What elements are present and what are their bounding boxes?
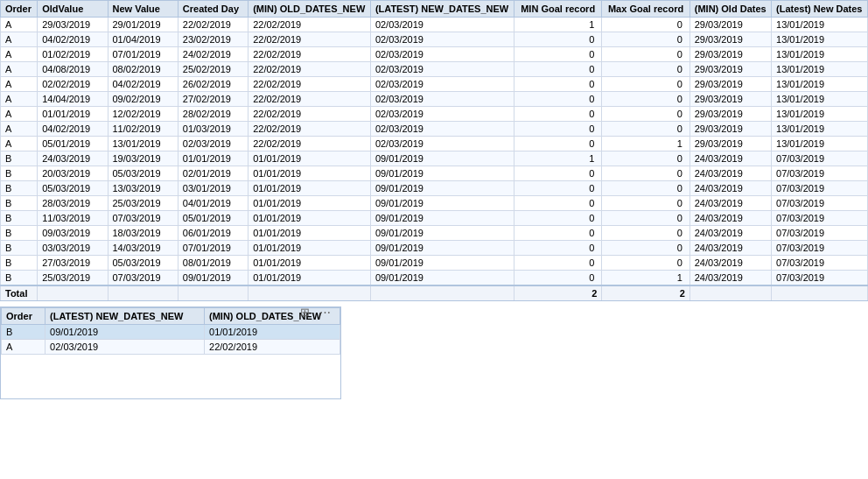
- sub-table-empty-space: [1, 355, 340, 398]
- sub-table-body: B09/01/201901/01/2019A02/03/201922/02/20…: [2, 325, 340, 355]
- table-cell: 02/03/2019: [370, 62, 514, 77]
- table-cell: 0: [514, 107, 601, 122]
- table-cell: 09/01/2019: [370, 241, 514, 256]
- table-cell: 24/03/2019: [38, 151, 108, 166]
- table-cell: 01/01/2019: [248, 166, 371, 181]
- table-cell: 07/03/2019: [772, 256, 868, 271]
- table-cell: 1: [514, 151, 601, 166]
- table-cell: 08/01/2019: [178, 256, 248, 271]
- table-cell: 0: [602, 256, 690, 271]
- table-cell: 0: [514, 47, 601, 62]
- total-row: Total22: [1, 285, 868, 301]
- sub-table-cell: 09/01/2019: [46, 325, 205, 340]
- table-cell: 22/02/2019: [248, 107, 371, 122]
- table-cell: 07/03/2019: [772, 181, 868, 196]
- table-cell: 11/03/2019: [38, 211, 108, 226]
- table-cell: 13/03/2019: [108, 181, 178, 196]
- sub-data-table: Order (LATEST) NEW_DATES_NEW (MIN) OLD_D…: [1, 307, 340, 355]
- table-row: A05/01/201913/01/201902/03/201922/02/201…: [1, 137, 868, 151]
- table-cell: 02/03/2019: [178, 137, 248, 151]
- table-cell: 28/03/2019: [38, 196, 108, 211]
- table-cell: 09/03/2019: [38, 226, 108, 241]
- table-cell: 23/02/2019: [178, 32, 248, 47]
- table-cell: 22/02/2019: [248, 92, 371, 107]
- table-cell: 03/01/2019: [178, 181, 248, 196]
- expand-icon[interactable]: ⊞: [298, 305, 312, 320]
- table-cell: 0: [602, 151, 690, 166]
- menu-icon[interactable]: ⋯: [317, 305, 333, 320]
- table-cell: A: [1, 137, 38, 151]
- table-cell: 04/08/2019: [38, 62, 108, 77]
- table-row: B25/03/201907/03/201909/01/201901/01/201…: [1, 271, 868, 286]
- table-cell: 27/02/2019: [178, 92, 248, 107]
- table-cell: 09/01/2019: [370, 151, 514, 166]
- header-oldvalue: OldValue: [38, 1, 108, 18]
- total-empty-end: [690, 285, 771, 301]
- table-cell: 06/01/2019: [178, 226, 248, 241]
- table-cell: A: [1, 122, 38, 137]
- table-cell: 20/03/2019: [38, 166, 108, 181]
- table-cell: 05/01/2019: [38, 137, 108, 151]
- table-cell: A: [1, 107, 38, 122]
- table-cell: 01/01/2019: [248, 226, 371, 241]
- table-cell: 22/02/2019: [248, 18, 371, 32]
- table-cell: 01/01/2019: [248, 151, 371, 166]
- table-cell: 27/03/2019: [38, 256, 108, 271]
- sub-table-cell: 01/01/2019: [205, 325, 340, 340]
- table-cell: 0: [514, 32, 601, 47]
- table-cell: 07/03/2019: [772, 226, 868, 241]
- table-cell: 01/01/2019: [248, 241, 371, 256]
- table-cell: 09/02/2019: [108, 92, 178, 107]
- table-cell: 29/03/2019: [690, 122, 771, 137]
- table-cell: 01/01/2019: [248, 271, 371, 286]
- table-row: B09/03/201918/03/201906/01/201901/01/201…: [1, 226, 868, 241]
- table-row: B03/03/201914/03/201907/01/201901/01/201…: [1, 241, 868, 256]
- table-cell: 29/03/2019: [690, 137, 771, 151]
- main-table-body: A29/03/201929/01/201922/02/201922/02/201…: [1, 18, 868, 301]
- table-cell: 13/01/2019: [772, 47, 868, 62]
- table-cell: 29/03/2019: [690, 77, 771, 92]
- main-table-header-row: Order OldValue New Value Created Day (MI…: [1, 1, 868, 18]
- table-cell: B: [1, 211, 38, 226]
- total-empty-cell: [178, 285, 248, 301]
- table-row: B28/03/201925/03/201904/01/201901/01/201…: [1, 196, 868, 211]
- table-row: B20/03/201905/03/201902/01/201901/01/201…: [1, 166, 868, 181]
- table-cell: 07/03/2019: [772, 196, 868, 211]
- table-cell: 07/03/2019: [772, 271, 868, 286]
- table-cell: 29/03/2019: [38, 18, 108, 32]
- table-cell: 07/03/2019: [772, 241, 868, 256]
- table-cell: 22/02/2019: [248, 62, 371, 77]
- table-cell: 13/01/2019: [772, 62, 868, 77]
- table-cell: 26/02/2019: [178, 77, 248, 92]
- header-max-goal: Max Goal record: [602, 1, 690, 18]
- total-empty-end: [772, 285, 868, 301]
- table-cell: 0: [514, 271, 601, 286]
- table-cell: 14/04/2019: [38, 92, 108, 107]
- table-cell: 04/02/2019: [108, 77, 178, 92]
- table-cell: 22/02/2019: [248, 137, 371, 151]
- sub-table-row: A02/03/201922/02/2019: [2, 340, 340, 355]
- table-cell: 13/01/2019: [772, 92, 868, 107]
- table-cell: 02/01/2019: [178, 166, 248, 181]
- table-cell: 13/01/2019: [772, 137, 868, 151]
- table-cell: 07/03/2019: [772, 211, 868, 226]
- table-cell: A: [1, 47, 38, 62]
- sub-table-row: B09/01/201901/01/2019: [2, 325, 340, 340]
- table-cell: B: [1, 256, 38, 271]
- table-cell: 0: [602, 92, 690, 107]
- table-cell: A: [1, 32, 38, 47]
- sub-table-cell: 02/03/2019: [46, 340, 205, 355]
- table-cell: 29/03/2019: [690, 107, 771, 122]
- table-cell: 25/03/2019: [108, 196, 178, 211]
- header-min-old-dates: (MIN) Old Dates: [690, 1, 771, 18]
- table-cell: 0: [514, 166, 601, 181]
- table-cell: 13/01/2019: [772, 32, 868, 47]
- table-cell: B: [1, 196, 38, 211]
- table-cell: 29/03/2019: [690, 92, 771, 107]
- table-cell: 05/01/2019: [178, 211, 248, 226]
- table-cell: 02/03/2019: [370, 92, 514, 107]
- table-cell: 0: [514, 241, 601, 256]
- table-cell: 22/02/2019: [178, 18, 248, 32]
- total-max-goal: 2: [602, 285, 690, 301]
- table-cell: 29/01/2019: [108, 18, 178, 32]
